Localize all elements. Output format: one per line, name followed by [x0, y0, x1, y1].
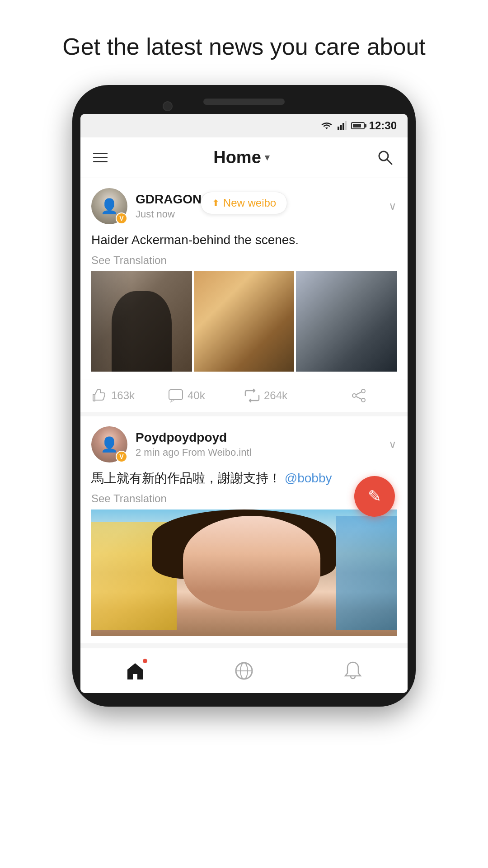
grid-image-2[interactable] [194, 271, 295, 372]
share-button-1[interactable] [320, 387, 397, 404]
comment-icon [168, 387, 184, 404]
action-bar-1: 163k 40k 264k [80, 379, 408, 412]
discover-icon [233, 660, 255, 682]
compose-icon: ✎ [368, 487, 381, 506]
app-header: Home ▾ [80, 137, 408, 178]
grid-image-1[interactable] [91, 271, 192, 372]
feed: 👤 V GDRAGON Just now ∨ Haider Acke [80, 178, 408, 644]
nav-notifications[interactable] [342, 660, 364, 682]
phone-camera [163, 101, 173, 111]
bell-icon [342, 660, 364, 682]
post-chevron-1[interactable]: ∨ [389, 200, 397, 212]
svg-line-6 [387, 159, 392, 164]
see-translation-1[interactable]: See Translation [91, 254, 397, 267]
like-button-1[interactable]: 163k [91, 387, 168, 404]
search-icon [376, 149, 394, 166]
title-text: Home [213, 148, 261, 167]
battery-icon [351, 122, 365, 129]
post-image-2[interactable] [91, 509, 397, 636]
post-mention-2[interactable]: @bobby [285, 471, 332, 485]
post-card-poyd: 👤 V Poydpoydpoyd 2 min ago From Weibo.in… [80, 416, 408, 643]
see-translation-2[interactable]: See Translation [91, 492, 397, 505]
share-icon [351, 387, 367, 404]
status-icons: 12:30 [320, 119, 397, 132]
title-chevron: ▾ [265, 152, 269, 163]
phone-shell: 12:30 Home ▾ ⬆ [72, 85, 416, 707]
phone-screen: 12:30 Home ▾ ⬆ [80, 114, 408, 693]
post-text-1: Haider Ackerman-behind the scenes. [91, 231, 397, 250]
like-icon [91, 387, 108, 404]
header-title[interactable]: Home ▾ [213, 148, 269, 167]
status-bar: 12:30 [80, 114, 408, 137]
new-weibo-label: New weibo [223, 197, 276, 209]
svg-rect-2 [340, 125, 342, 130]
svg-point-10 [352, 394, 356, 397]
avatar-wrap-1: 👤 V [91, 188, 127, 224]
avatar-wrap-2: 👤 V [91, 426, 127, 462]
retweet-count-1: 264k [264, 389, 287, 402]
compose-fab[interactable]: ✎ [354, 476, 395, 517]
post-user-info-2: Poydpoydpoyd 2 min ago From Weibo.intl [136, 430, 389, 458]
phone-speaker [203, 99, 285, 105]
post-time-2: 2 min ago [136, 447, 179, 458]
post-source-2: From Weibo.intl [182, 447, 252, 458]
svg-line-12 [356, 392, 361, 395]
svg-rect-1 [338, 127, 339, 130]
new-weibo-badge[interactable]: ⬆ New weibo [201, 192, 287, 214]
comment-button-1[interactable]: 40k [168, 387, 244, 404]
status-time: 12:30 [369, 119, 397, 132]
home-icon [124, 660, 146, 682]
vip-badge-1: V [116, 212, 127, 224]
post-content-1: Haider Ackerman-behind the scenes. See T… [80, 231, 408, 379]
like-count-1: 163k [111, 389, 135, 402]
post-time-1: Just now [136, 208, 175, 220]
bottom-nav [80, 648, 408, 693]
nav-home-dot [143, 659, 147, 663]
svg-marker-0 [325, 127, 328, 129]
nav-home[interactable] [124, 660, 146, 682]
svg-rect-7 [169, 390, 183, 400]
post-header-2: 👤 V Poydpoydpoyd 2 min ago From Weibo.in… [80, 416, 408, 469]
grid-image-3[interactable] [296, 271, 397, 372]
post-chevron-2[interactable]: ∨ [389, 438, 397, 451]
svg-point-9 [361, 389, 365, 393]
image-grid-1 [91, 271, 397, 372]
comment-count-1: 40k [188, 389, 205, 402]
svg-point-11 [361, 398, 365, 402]
page-headline: Get the latest news you care about [35, 0, 453, 85]
svg-rect-3 [343, 123, 344, 130]
nav-discover[interactable] [233, 660, 255, 682]
svg-line-13 [356, 396, 361, 399]
retweet-button-1[interactable]: 264k [244, 387, 320, 404]
post-text-2: 馬上就有新的作品啦，謝謝支持！ @bobby [91, 469, 397, 488]
retweet-icon [244, 387, 260, 404]
post-meta-2: 2 min ago From Weibo.intl [136, 447, 389, 458]
vip-badge-2: V [116, 451, 127, 462]
wifi-icon [320, 121, 333, 130]
search-button[interactable] [375, 147, 395, 167]
signal-icon [338, 121, 347, 130]
svg-rect-4 [345, 121, 347, 130]
arrow-up-icon: ⬆ [212, 198, 220, 208]
menu-button[interactable] [93, 153, 108, 162]
post-username-2: Poydpoydpoyd [136, 430, 389, 445]
